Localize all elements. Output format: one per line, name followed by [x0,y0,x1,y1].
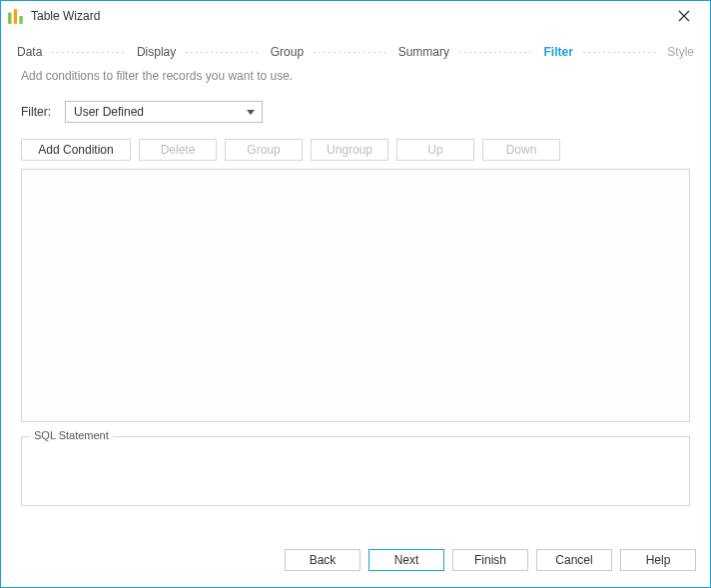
wizard-steps: Data Display Group Summary Filter Style [1,31,710,69]
cancel-button[interactable]: Cancel [536,549,612,571]
app-icon [7,7,25,25]
sql-statement-box: SQL Statement [21,436,690,506]
filter-selected-value: User Defined [74,105,240,119]
close-button[interactable] [664,2,704,30]
svg-marker-5 [247,110,255,115]
step-style[interactable]: Style [665,45,696,59]
step-separator [186,52,261,53]
sql-legend: SQL Statement [30,429,113,441]
step-separator [314,52,388,53]
down-button: Down [482,139,560,161]
step-filter[interactable]: Filter [541,45,574,59]
step-group[interactable]: Group [269,45,306,59]
chevron-down-icon [240,102,262,122]
step-display[interactable]: Display [135,45,178,59]
ungroup-button: Ungroup [311,139,388,161]
delete-button: Delete [139,139,217,161]
condition-toolbar: Add Condition Delete Group Ungroup Up Do… [1,139,710,169]
wizard-footer: Back Next Finish Cancel Help [1,543,710,587]
step-data[interactable]: Data [15,45,44,59]
help-button[interactable]: Help [620,549,696,571]
step-separator [583,52,658,53]
finish-button[interactable]: Finish [452,549,528,571]
title-bar: Table Wizard [1,1,710,31]
step-separator [459,52,534,53]
filter-row: Filter: User Defined [1,101,710,139]
group-button: Group [225,139,303,161]
step-summary[interactable]: Summary [396,45,451,59]
add-condition-button[interactable]: Add Condition [21,139,131,161]
step-separator [52,52,127,53]
back-button[interactable]: Back [285,549,360,571]
filter-label: Filter: [21,105,51,119]
filter-dropdown[interactable]: User Defined [65,101,263,123]
svg-rect-0 [8,13,11,24]
next-button[interactable]: Next [368,549,444,571]
step-description: Add conditions to filter the records you… [1,69,710,101]
svg-rect-2 [19,16,22,24]
svg-rect-1 [14,9,17,24]
conditions-list[interactable] [21,169,690,422]
up-button: Up [396,139,474,161]
window-title: Table Wizard [31,9,100,23]
close-icon [678,10,690,22]
